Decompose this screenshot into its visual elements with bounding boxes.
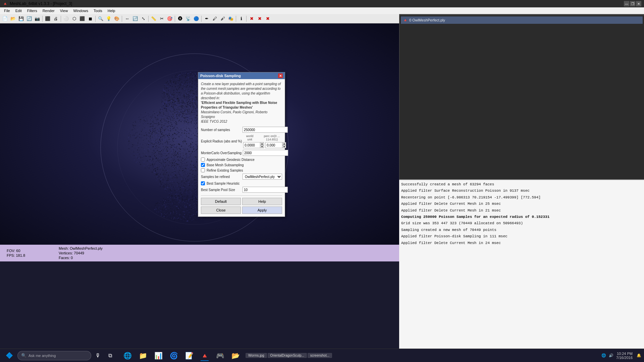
toolbar-open[interactable]: 📂 xyxy=(9,15,17,22)
svg-point-6765 xyxy=(178,202,179,203)
refine-existing-label[interactable]: Refine Existing Samples xyxy=(207,169,243,172)
restore-button[interactable]: ❐ xyxy=(630,1,635,6)
toolbar-new[interactable]: 📄 xyxy=(1,15,9,22)
taskbar-app-files[interactable]: 📂 xyxy=(228,350,243,362)
toolbar-snapshot[interactable]: 📷 xyxy=(34,15,41,22)
taskbar-app-explorer[interactable]: 📁 xyxy=(136,350,150,362)
svg-point-795 xyxy=(157,180,157,181)
toolbar-light[interactable]: 💡 xyxy=(105,15,112,22)
svg-point-2408 xyxy=(187,105,187,106)
toolbar-reload[interactable]: 🔄 xyxy=(25,15,33,22)
base-mesh-checkbox[interactable] xyxy=(201,163,205,167)
log-panel[interactable]: Successfully created a mesh of 63294 fac… xyxy=(399,179,644,362)
toolbar-transform[interactable]: ↔ xyxy=(123,15,131,22)
menu-render[interactable]: Render xyxy=(40,8,57,13)
approx-geodesic-checkbox[interactable] xyxy=(201,158,205,162)
toolbar-solid[interactable]: ⬛ xyxy=(78,15,86,22)
best-heuristic-label[interactable]: Best Sample Heuristic xyxy=(207,182,239,185)
toolbar-flat[interactable]: ◼ xyxy=(87,15,94,22)
svg-point-1913 xyxy=(169,116,169,116)
svg-point-1640 xyxy=(161,153,161,154)
approx-geodesic-label[interactable]: Approximate Geodesic Distance xyxy=(207,158,255,162)
toolbar-del1[interactable]: ✖ xyxy=(248,15,255,22)
dialog-close-button[interactable]: ✕ xyxy=(278,73,283,78)
toolbar-color[interactable]: 🎨 xyxy=(113,15,120,22)
notification-icon[interactable]: 🔔 xyxy=(637,353,641,358)
layer-item[interactable]: 🔺 0 OwlMeshPerfect.ply xyxy=(401,16,643,24)
radius-perc-up[interactable]: ▲ xyxy=(282,142,286,145)
toolbar-rotate[interactable]: 🔃 xyxy=(131,15,139,22)
menu-file[interactable]: File xyxy=(1,8,13,13)
menu-view[interactable]: View xyxy=(57,8,71,13)
minimize-button[interactable]: — xyxy=(624,1,629,6)
svg-point-4037 xyxy=(174,76,174,77)
help-button[interactable]: Help xyxy=(242,198,282,205)
menu-edit[interactable]: Edit xyxy=(13,8,24,13)
menu-windows[interactable]: Windows xyxy=(70,8,91,13)
radius-perc-down[interactable]: ▼ xyxy=(282,145,286,148)
svg-point-1689 xyxy=(161,132,162,132)
toolbar-select[interactable]: ✂ xyxy=(158,15,165,22)
svg-point-3877 xyxy=(173,91,173,92)
toolbar-measure[interactable]: 📏 xyxy=(150,15,157,22)
toolbar-points[interactable]: ⚪ xyxy=(62,15,70,22)
toolbar-save[interactable]: 💾 xyxy=(17,15,25,22)
best-heuristic-checkbox[interactable] xyxy=(201,181,205,185)
menu-tools[interactable]: Tools xyxy=(91,8,105,13)
close-button[interactable]: Close xyxy=(201,206,241,214)
menu-help[interactable]: Help xyxy=(105,8,118,13)
toolbar-anno[interactable]: 🅐 xyxy=(176,15,184,22)
toolbar-sphere[interactable]: 🔵 xyxy=(193,15,200,22)
toolbar-print[interactable]: 🖨 xyxy=(52,15,59,22)
start-button[interactable] xyxy=(3,350,16,361)
menu-filters[interactable]: Filters xyxy=(24,8,40,13)
taskbar-app-word[interactable]: 📝 xyxy=(182,350,197,362)
svg-point-6376 xyxy=(170,206,170,207)
toolbar-render4[interactable]: 🎭 xyxy=(227,15,234,22)
radius-world-up[interactable]: ▲ xyxy=(260,142,264,145)
default-button[interactable]: Default xyxy=(201,198,241,205)
taskbar-app-steam[interactable]: 🎮 xyxy=(213,350,227,362)
close-button[interactable]: ✕ xyxy=(636,1,641,6)
toolbar-layers[interactable]: ⬛ xyxy=(44,15,51,22)
taskbar-app-meshlab[interactable]: 🔺 xyxy=(197,350,212,362)
taskbar-task-view[interactable]: ⧉ xyxy=(105,350,115,361)
radius-world-down[interactable]: ▼ xyxy=(260,145,264,148)
toolbar-render2[interactable]: 🖊 xyxy=(211,15,218,22)
svg-point-5460 xyxy=(151,163,152,164)
base-mesh-label[interactable]: Base Mesh Subsampling xyxy=(207,163,244,167)
toolbar-wire[interactable]: ⬡ xyxy=(70,15,78,22)
dialog-titlebar[interactable]: Poisson-disk Sampling ✕ xyxy=(198,72,285,79)
refine-existing-checkbox[interactable] xyxy=(201,168,205,172)
svg-point-6644 xyxy=(159,203,160,204)
montecarlo-input[interactable] xyxy=(243,150,288,156)
toolbar-del3[interactable]: ✖ xyxy=(264,15,271,22)
toolbar-pick[interactable]: 🎯 xyxy=(166,15,173,22)
taskbar-app-ppt[interactable]: 📊 xyxy=(151,350,166,362)
svg-point-3881 xyxy=(196,97,197,98)
taskbar-search[interactable]: 🔍 Ask me anything xyxy=(17,351,91,360)
apply-button[interactable]: Apply xyxy=(242,206,282,214)
samples-refine-select[interactable]: OwlMeshPerfect.ply xyxy=(243,174,282,180)
toolbar-render1[interactable]: ✒ xyxy=(203,15,210,22)
toolbar-zoom-fit[interactable]: 🔍 xyxy=(97,15,104,22)
toolbar-info[interactable]: ℹ xyxy=(237,15,245,22)
num-samples-input[interactable] xyxy=(243,127,288,133)
taskbar-app-edge[interactable]: 🌐 xyxy=(120,350,135,362)
radius-world-input[interactable] xyxy=(243,142,260,148)
toolbar-camera[interactable]: 📡 xyxy=(184,15,192,22)
taskbar-app-browser[interactable]: 🌀 xyxy=(166,350,181,362)
pool-size-input[interactable] xyxy=(243,187,288,193)
running-app-3[interactable]: screenshot... xyxy=(308,353,332,358)
running-app-1[interactable]: Worms.jpg xyxy=(246,353,267,358)
radius-perc-input[interactable] xyxy=(265,142,282,148)
toolbar-del2[interactable]: ✖ xyxy=(256,15,263,22)
taskbar-cortana[interactable]: 🎙 xyxy=(93,350,103,361)
toolbar-render3[interactable]: 🖋 xyxy=(219,15,226,22)
svg-point-1624 xyxy=(158,140,158,140)
svg-point-5506 xyxy=(132,151,133,152)
svg-point-4255 xyxy=(189,86,189,87)
toolbar-scale[interactable]: ⤡ xyxy=(140,15,147,22)
svg-point-3716 xyxy=(170,87,171,88)
running-app-2[interactable]: OrientalDragonSculp... xyxy=(268,353,307,358)
